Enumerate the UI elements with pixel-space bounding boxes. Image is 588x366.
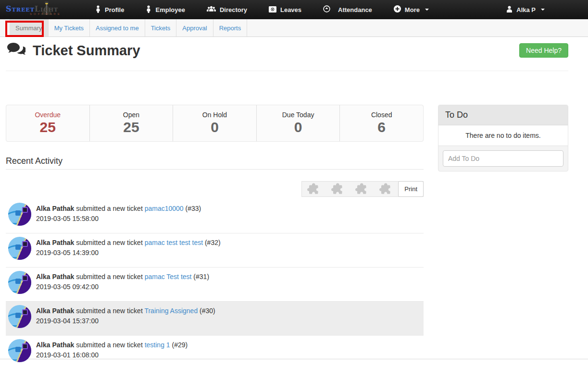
activity-list-item: Alka Pathak submitted a new ticket pamac… bbox=[6, 199, 424, 233]
page-title: Ticket Summary bbox=[33, 43, 140, 59]
activity-list-item: Alka Pathak submitted a new ticket Train… bbox=[6, 302, 424, 336]
activity-list: Alka Pathak submitted a new ticket pamac… bbox=[6, 199, 424, 366]
activity-list-item: Alka Pathak submitted a new ticket testi… bbox=[6, 336, 424, 366]
avatar bbox=[8, 339, 31, 362]
todo-panel-title: To Do bbox=[438, 105, 568, 125]
plugin-button[interactable] bbox=[302, 182, 326, 196]
stat-value: 0 bbox=[257, 119, 340, 135]
avatar bbox=[8, 203, 31, 226]
recent-activity-title: Recent Activity bbox=[6, 156, 63, 166]
stat-value: 6 bbox=[340, 119, 423, 135]
ticket-link[interactable]: pamac test test test bbox=[145, 239, 203, 246]
todo-empty-message: There are no to do items. bbox=[438, 125, 568, 146]
nav-item-directory[interactable]: Directory bbox=[207, 6, 247, 14]
todo-panel: To Do There are no to do items. bbox=[438, 105, 568, 171]
ticket-link[interactable]: pamac Test test bbox=[145, 273, 192, 281]
avatar bbox=[8, 305, 31, 328]
activity-text: Alka Pathak submitted a new ticket testi… bbox=[36, 341, 424, 349]
activity-toolbar: Print bbox=[301, 181, 424, 197]
tab[interactable]: Assigned to me bbox=[90, 19, 145, 37]
people-group-icon bbox=[207, 6, 216, 14]
stat-value: 25 bbox=[6, 119, 89, 135]
stat-value: 25 bbox=[90, 119, 173, 135]
stat-card[interactable]: On Hold 0 bbox=[173, 105, 256, 141]
logo-subtitle: SOFTWARE bbox=[30, 12, 62, 15]
navbar-menu: Profile Employee Directory Leaves Att bbox=[95, 5, 450, 14]
stat-label: Due Today bbox=[257, 111, 340, 119]
avatar bbox=[8, 237, 31, 260]
need-help-button[interactable]: Need Help? bbox=[519, 43, 568, 58]
stat-card[interactable]: Closed 6 bbox=[339, 105, 423, 141]
ticket-stats-panel: Overdue 25 Open 25 On Hold 0 Due Today 0… bbox=[6, 105, 424, 142]
print-button[interactable]: Print bbox=[398, 181, 424, 197]
activity-user-name: Alka Pathak bbox=[36, 273, 74, 281]
activity-action: submitted a new ticket bbox=[76, 239, 143, 246]
nav-item-more[interactable]: More bbox=[394, 5, 429, 14]
activity-action: submitted a new ticket bbox=[76, 205, 143, 212]
plugin-button[interactable] bbox=[350, 182, 374, 196]
stat-label: Overdue bbox=[6, 111, 89, 119]
activity-timestamp: 2019-03-05 15:58:00 bbox=[36, 215, 424, 222]
plugin-button[interactable] bbox=[374, 182, 398, 196]
streetlight-logo[interactable]: StreetLight SOFTWARE bbox=[5, 0, 82, 19]
ticket-number: (#29) bbox=[172, 341, 188, 349]
stat-card[interactable]: Overdue 25 bbox=[6, 105, 89, 141]
tab[interactable]: Summary bbox=[10, 19, 49, 37]
stat-value: 0 bbox=[173, 119, 256, 135]
plugin-button[interactable] bbox=[326, 182, 350, 196]
activity-action: submitted a new ticket bbox=[76, 273, 143, 281]
ticket-link[interactable]: testing 1 bbox=[145, 341, 170, 349]
activity-list-item: Alka Pathak submitted a new ticket pamac… bbox=[6, 233, 424, 268]
section-tabbar: Summary My Tickets Assigned to me Ticket… bbox=[0, 19, 588, 37]
ticket-link[interactable]: Training Assigned bbox=[144, 307, 198, 315]
chevron-down-icon bbox=[425, 9, 429, 11]
nav-item-attendance[interactable]: Attendance bbox=[323, 5, 372, 14]
activity-timestamp: 2019-03-05 09:42:00 bbox=[36, 283, 424, 291]
user-icon bbox=[506, 6, 513, 14]
page-header: Ticket Summary bbox=[7, 42, 140, 59]
stat-card[interactable]: Due Today 0 bbox=[256, 105, 340, 141]
activity-text: Alka Pathak submitted a new ticket Train… bbox=[36, 307, 424, 315]
activity-user-name: Alka Pathak bbox=[36, 239, 74, 246]
chevron-down-icon bbox=[541, 9, 545, 11]
tab[interactable]: Reports bbox=[213, 19, 248, 37]
activity-action: submitted a new ticket bbox=[76, 341, 143, 349]
person-icon bbox=[146, 5, 151, 14]
avatar bbox=[8, 271, 31, 294]
header-divider bbox=[6, 71, 568, 71]
activity-text: Alka Pathak submitted a new ticket pamac… bbox=[36, 273, 424, 281]
user-menu[interactable]: Alka P bbox=[506, 6, 545, 14]
ticket-number: (#30) bbox=[200, 307, 215, 315]
add-todo-input[interactable] bbox=[443, 150, 563, 167]
todo-input-area bbox=[438, 146, 568, 171]
tab[interactable]: Tickets bbox=[145, 19, 177, 37]
tab[interactable]: Approval bbox=[176, 19, 213, 37]
activity-action: submitted a new ticket bbox=[76, 307, 143, 315]
stat-label: Closed bbox=[340, 111, 423, 119]
activity-user-name: Alka Pathak bbox=[36, 341, 74, 349]
recent-activity-divider bbox=[6, 169, 424, 170]
ticket-number: (#31) bbox=[193, 273, 209, 281]
ticket-number: (#33) bbox=[186, 205, 201, 212]
ticket-link[interactable]: pamac10000 bbox=[145, 205, 184, 212]
stat-card[interactable]: Open 25 bbox=[89, 105, 173, 141]
plus-circle-icon bbox=[394, 5, 401, 14]
stat-label: Open bbox=[90, 111, 173, 119]
person-icon bbox=[95, 5, 101, 14]
activity-timestamp: 2019-03-04 15:37:00 bbox=[36, 317, 424, 325]
nav-item-employee[interactable]: Employee bbox=[146, 5, 185, 14]
camera-icon bbox=[269, 6, 276, 14]
activity-list-item: Alka Pathak submitted a new ticket pamac… bbox=[6, 268, 424, 302]
circle-arrow-icon bbox=[323, 5, 330, 14]
activity-timestamp: 2019-03-05 14:39:00 bbox=[36, 249, 424, 256]
nav-item-profile[interactable]: Profile bbox=[95, 5, 124, 14]
tab[interactable]: My Tickets bbox=[49, 19, 90, 37]
activity-user-name: Alka Pathak bbox=[36, 307, 74, 315]
stat-label: On Hold bbox=[173, 111, 256, 119]
activity-text: Alka Pathak submitted a new ticket pamac… bbox=[36, 239, 424, 246]
activity-timestamp: 2019-03-01 16:08:00 bbox=[36, 351, 424, 359]
activity-text: Alka Pathak submitted a new ticket pamac… bbox=[36, 205, 424, 212]
nav-item-leaves[interactable]: Leaves bbox=[269, 6, 301, 14]
activity-user-name: Alka Pathak bbox=[36, 205, 74, 212]
comments-icon bbox=[7, 42, 25, 59]
